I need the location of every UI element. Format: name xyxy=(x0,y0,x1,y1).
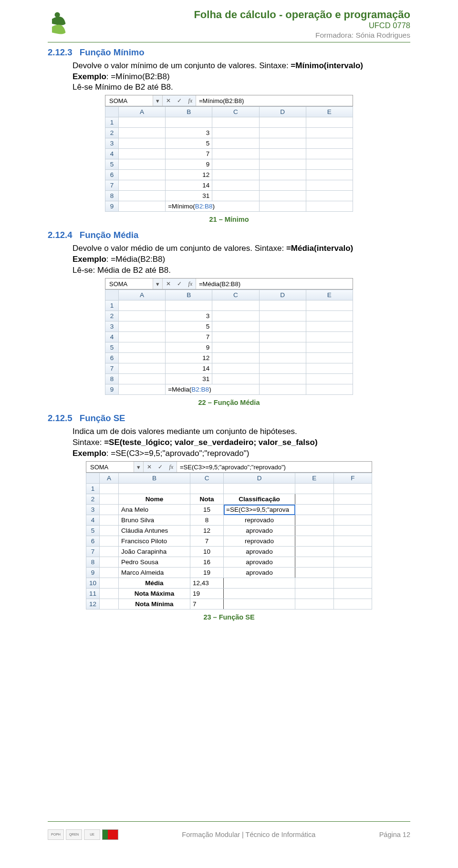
cell[interactable]: 19 xyxy=(190,589,224,599)
col-header[interactable]: A xyxy=(119,290,166,300)
cell[interactable]: 9 xyxy=(166,342,212,353)
cell[interactable]: Bruno Silva xyxy=(119,515,190,526)
row-header[interactable]: 1 xyxy=(105,300,119,311)
row-header[interactable]: 10 xyxy=(86,578,100,589)
col-header[interactable]: E xyxy=(306,290,353,300)
row-header[interactable]: 7 xyxy=(105,363,119,374)
cell[interactable]: Pedro Sousa xyxy=(119,557,190,568)
cell[interactable]: 7 xyxy=(166,332,212,342)
cell[interactable]: 3 xyxy=(166,128,212,138)
cell[interactable]: aprovado xyxy=(224,568,295,578)
cell[interactable]: 7 xyxy=(190,536,224,547)
row-header[interactable]: 2 xyxy=(105,128,119,138)
cell[interactable]: 12,43 xyxy=(190,578,224,589)
row-header[interactable]: 1 xyxy=(105,117,119,128)
row-header[interactable]: 5 xyxy=(105,342,119,353)
col-header[interactable]: A xyxy=(100,473,119,484)
row-header[interactable]: 11 xyxy=(86,589,100,599)
cell[interactable]: 7 xyxy=(190,599,224,610)
name-box-dropdown-icon[interactable]: ▾ xyxy=(153,279,163,289)
formula-input[interactable]: =Média(B2:B8) xyxy=(196,279,353,289)
cell[interactable]: 12 xyxy=(190,526,224,536)
select-all-corner[interactable] xyxy=(86,473,100,484)
row-header[interactable]: 4 xyxy=(105,332,119,342)
formula-cancel-icon[interactable]: ✕ xyxy=(166,280,171,287)
formula-accept-icon[interactable]: ✓ xyxy=(177,280,182,287)
col-header[interactable]: B xyxy=(166,290,212,300)
row-header[interactable]: 3 xyxy=(86,505,100,515)
cell[interactable]: 12 xyxy=(166,170,212,180)
cell[interactable]: 12 xyxy=(166,353,212,363)
spreadsheet-grid[interactable]: A B C D E 1 23 35 47 59 612 714 831 9 =M… xyxy=(105,106,353,212)
formula-accept-icon[interactable]: ✓ xyxy=(177,97,182,104)
row-header[interactable]: 7 xyxy=(105,180,119,191)
cell[interactable]: 7 xyxy=(166,149,212,159)
formula-input[interactable]: =Mínimo(B2:B8) xyxy=(196,95,353,106)
row-header[interactable]: 6 xyxy=(86,536,100,547)
cell[interactable]: Francisco Piloto xyxy=(119,536,190,547)
row-header[interactable]: 8 xyxy=(105,191,119,201)
cell[interactable]: 14 xyxy=(166,180,212,191)
name-box[interactable]: SOMA xyxy=(105,279,153,289)
col-header[interactable]: B xyxy=(166,107,212,117)
spreadsheet-grid[interactable]: A B C D E F 1 2 Nome Nota Classificação … xyxy=(86,473,372,610)
cell[interactable]: Marco Almeida xyxy=(119,568,190,578)
col-header[interactable]: E xyxy=(306,107,353,117)
name-box-dropdown-icon[interactable]: ▾ xyxy=(153,95,163,106)
row-header[interactable]: 1 xyxy=(86,484,100,494)
cell[interactable]: reprovado xyxy=(224,515,295,526)
col-header[interactable]: C xyxy=(190,473,224,484)
row-header[interactable]: 2 xyxy=(105,311,119,321)
cell[interactable]: 16 xyxy=(190,557,224,568)
col-header[interactable]: D xyxy=(259,290,306,300)
table-header-cell[interactable]: Classificação xyxy=(224,494,295,505)
cell[interactable]: aprovado xyxy=(224,526,295,536)
cell[interactable]: reprovado xyxy=(224,536,295,547)
table-header-cell[interactable]: Nota xyxy=(190,494,224,505)
cell[interactable]: 9 xyxy=(166,159,212,170)
cell[interactable]: 8 xyxy=(190,515,224,526)
cell[interactable]: Ana Melo xyxy=(119,505,190,515)
cell[interactable]: 31 xyxy=(166,374,212,384)
row-header[interactable]: 8 xyxy=(105,374,119,384)
col-header[interactable]: F xyxy=(333,473,372,484)
col-header[interactable]: A xyxy=(119,107,166,117)
col-header[interactable]: D xyxy=(224,473,295,484)
row-header[interactable]: 9 xyxy=(105,201,119,212)
col-header[interactable]: C xyxy=(212,290,259,300)
name-box[interactable]: SOMA xyxy=(86,462,134,472)
row-header[interactable]: 4 xyxy=(105,149,119,159)
row-header[interactable]: 6 xyxy=(105,170,119,180)
row-header[interactable]: 3 xyxy=(105,321,119,332)
row-header[interactable]: 5 xyxy=(105,159,119,170)
fx-icon[interactable]: fx xyxy=(169,464,174,471)
cell[interactable]: 19 xyxy=(190,568,224,578)
active-cell[interactable]: =Mínimo(B2:B8) xyxy=(166,201,259,212)
cell[interactable]: João Carapinha xyxy=(119,547,190,557)
col-header[interactable]: B xyxy=(119,473,190,484)
row-header[interactable]: 7 xyxy=(86,547,100,557)
col-header[interactable]: E xyxy=(295,473,334,484)
select-all-corner[interactable] xyxy=(105,107,119,117)
formula-accept-icon[interactable]: ✓ xyxy=(158,464,163,470)
formula-input[interactable]: =SE(C3>=9,5;"aprovado";"reprovado") xyxy=(177,462,372,472)
active-cell[interactable]: =Média(B2:B8) xyxy=(166,384,259,395)
col-header[interactable]: D xyxy=(259,107,306,117)
name-box-dropdown-icon[interactable]: ▾ xyxy=(134,462,144,472)
row-header[interactable]: 9 xyxy=(105,384,119,395)
cell[interactable]: Nota Mínima xyxy=(119,599,190,610)
col-header[interactable]: C xyxy=(212,107,259,117)
row-header[interactable]: 2 xyxy=(86,494,100,505)
name-box[interactable]: SOMA xyxy=(105,95,153,106)
table-header-cell[interactable]: Nome xyxy=(119,494,190,505)
cell[interactable]: 31 xyxy=(166,191,212,201)
cell[interactable]: 10 xyxy=(190,547,224,557)
row-header[interactable]: 12 xyxy=(86,599,100,610)
fx-icon[interactable]: fx xyxy=(188,97,193,104)
cell[interactable]: Nota Máxima xyxy=(119,589,190,599)
cell[interactable]: 14 xyxy=(166,363,212,374)
formula-cancel-icon[interactable]: ✕ xyxy=(166,97,171,104)
fx-icon[interactable]: fx xyxy=(188,280,193,288)
row-header[interactable]: 4 xyxy=(86,515,100,526)
cell[interactable]: aprovado xyxy=(224,547,295,557)
